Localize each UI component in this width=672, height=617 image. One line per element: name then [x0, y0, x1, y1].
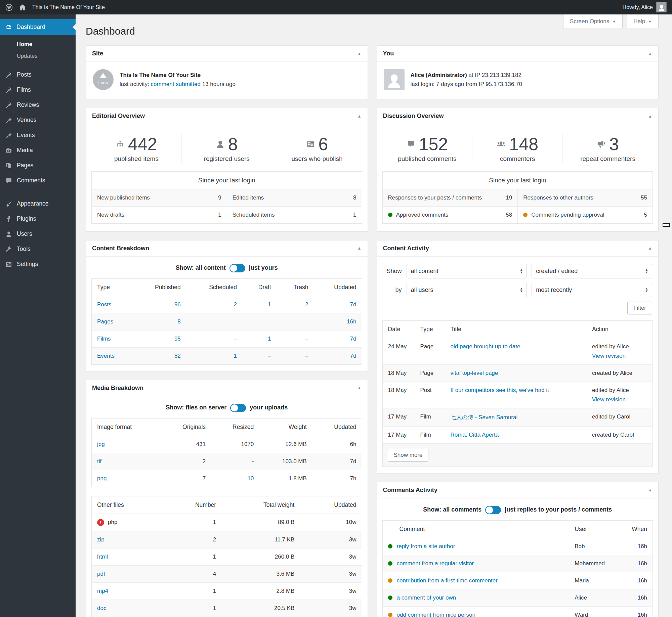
collapse-icon[interactable]: ▲ — [358, 51, 362, 56]
sidebar-item[interactable]: Films — [0, 82, 76, 97]
file-type-link[interactable]: html — [97, 554, 108, 560]
chevron-down-icon: ▼ — [612, 19, 616, 24]
collapse-icon[interactable]: ▲ — [358, 114, 362, 119]
comment-link[interactable]: comment from a regular visitor — [397, 560, 474, 567]
howdy-label[interactable]: Howdy, Alice — [623, 4, 653, 10]
sidebar-item[interactable]: Pages — [0, 158, 76, 173]
sidebar-item[interactable]: Media — [0, 143, 76, 158]
comment-link[interactable]: odd comment from nice person — [397, 612, 475, 617]
content-type-link[interactable]: Events — [97, 353, 115, 359]
sidebar-item[interactable]: Events — [0, 128, 76, 143]
screen-options-tab[interactable]: Screen Options ▼ — [563, 14, 623, 29]
content-type-select[interactable]: all content — [407, 264, 527, 278]
comment-link[interactable]: reply from a site author — [397, 543, 455, 550]
count-link[interactable]: 82 — [174, 353, 181, 359]
sidebar-item[interactable]: Reviews — [0, 97, 76, 113]
comment-link[interactable]: a comment of your own — [397, 594, 456, 601]
updated-link[interactable]: 7d — [350, 353, 356, 359]
count-link[interactable]: 2 — [305, 301, 308, 308]
sidebar-item[interactable]: Users — [0, 226, 76, 241]
person-icon — [385, 73, 403, 90]
sidebar-item[interactable]: Venues — [0, 113, 76, 128]
updated-link[interactable]: 7d — [350, 301, 356, 308]
count-link[interactable]: 96 — [174, 301, 181, 308]
media-toggle-switch[interactable] — [230, 404, 246, 412]
sidebar-item[interactable]: Plugins — [0, 211, 76, 226]
content-toggle-switch[interactable] — [229, 264, 245, 272]
count-link[interactable]: – — [234, 318, 237, 325]
count-link[interactable]: 8 — [177, 318, 180, 325]
file-type-link[interactable]: php — [108, 519, 117, 526]
sidebar-subitem[interactable]: Home — [0, 38, 76, 50]
pending-status-dot — [523, 213, 528, 217]
sidebar-item-label: Users — [17, 230, 32, 237]
column-header: Number — [162, 496, 222, 514]
collapse-icon[interactable]: ▲ — [648, 51, 652, 56]
count-link[interactable]: – — [305, 353, 308, 359]
collapse-icon[interactable]: ▲ — [358, 246, 362, 251]
updated-link[interactable]: 7d — [350, 336, 356, 342]
sidebar-item[interactable]: Posts — [0, 67, 76, 82]
sidebar-item[interactable]: Appearance — [0, 196, 76, 211]
sidebar-item-dashboard[interactable]: Dashboard — [0, 19, 76, 35]
user-identity: Alice (Administrator) at IP 23.213.139.1… — [411, 72, 521, 78]
count-link[interactable]: 95 — [174, 336, 181, 342]
image-format-link[interactable]: tif — [97, 458, 101, 465]
count-link[interactable]: 2 — [234, 301, 237, 308]
updated-link[interactable]: 16h — [347, 318, 356, 325]
sidebar-item[interactable]: Comments — [0, 173, 76, 188]
file-type-link[interactable]: doc — [97, 605, 106, 612]
admin-bar-site-name[interactable]: This Is The Name Of Your Site — [32, 4, 105, 10]
file-type-link[interactable]: pdf — [97, 571, 105, 577]
activity-title-link[interactable]: vital top-level page — [451, 370, 498, 376]
image-format-link[interactable]: png — [97, 475, 107, 482]
count-link[interactable]: – — [234, 336, 237, 342]
sidebar-subitem[interactable]: Updates — [0, 50, 76, 62]
table-row: jpg 431 1070 52.6 MB 6h — [92, 436, 362, 453]
show-more-button[interactable]: Show more — [388, 449, 429, 461]
view-revision-link[interactable]: View revision — [592, 396, 647, 403]
menu-icon — [5, 261, 12, 268]
user-avatar[interactable] — [656, 2, 667, 12]
count-link[interactable]: – — [305, 336, 308, 342]
order-select[interactable]: most recently — [532, 283, 652, 297]
mode-select[interactable]: created / edited — [532, 264, 652, 278]
content-type-link[interactable]: Films — [97, 336, 111, 342]
wordpress-logo-icon[interactable]: W — [5, 4, 13, 11]
filter-button[interactable]: Filter — [627, 302, 652, 314]
column-header: Weight — [259, 418, 312, 436]
image-format-link[interactable]: jpg — [97, 441, 105, 447]
collapse-icon[interactable]: ▲ — [358, 386, 362, 390]
count-link[interactable]: – — [268, 318, 271, 325]
content-type-link[interactable]: Pages — [97, 318, 113, 325]
content-type-link[interactable]: Posts — [97, 301, 112, 308]
file-type-link[interactable]: mp4 — [97, 588, 108, 594]
activity-title-link[interactable]: 七人の侍 - Seven Samurai — [451, 414, 518, 421]
count-link[interactable]: 1 — [268, 336, 271, 342]
activity-type: Page — [415, 364, 445, 382]
sidebar-item[interactable]: Settings — [0, 257, 76, 272]
activity-title-link[interactable]: If our competitors see this, we've had i… — [451, 387, 549, 393]
collapse-icon[interactable]: ▲ — [648, 488, 652, 492]
count-link[interactable]: – — [305, 318, 308, 325]
file-type-link[interactable]: zip — [97, 536, 104, 543]
collapse-icon[interactable]: ▲ — [648, 246, 652, 251]
comment-submitted-link[interactable]: comment submitted — [151, 81, 201, 87]
comment-link[interactable]: contribution from a first-time commenter — [397, 577, 498, 584]
widget-title: Content Activity — [383, 245, 648, 252]
activity-title-link[interactable]: Roma, Città Aperta — [451, 432, 499, 438]
home-icon[interactable] — [19, 4, 26, 11]
collapse-icon[interactable]: ▲ — [648, 114, 652, 119]
menu-icon — [5, 132, 12, 139]
comments-toggle-switch[interactable] — [485, 506, 501, 514]
sidebar-item[interactable]: Tools — [0, 241, 76, 257]
originals-count: 2 — [160, 453, 211, 470]
activity-title-link[interactable]: old page brought up to date — [451, 343, 520, 350]
help-tab[interactable]: Help ▼ — [627, 14, 659, 29]
view-revision-link[interactable]: View revision — [592, 353, 647, 359]
count-link[interactable]: 1 — [234, 353, 237, 359]
users-select[interactable]: all users — [407, 283, 527, 297]
menu-icon — [5, 87, 12, 93]
count-link[interactable]: – — [268, 353, 271, 359]
count-link[interactable]: 1 — [268, 301, 271, 308]
